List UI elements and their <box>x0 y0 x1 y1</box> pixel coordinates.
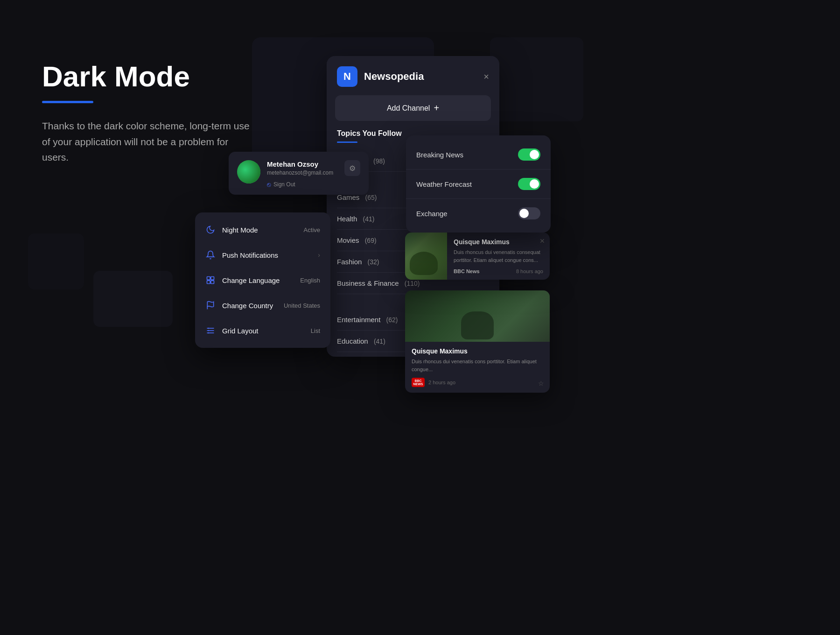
night-mode-value: Active <box>304 226 320 233</box>
hero-description: Thanks to the dark color scheme, long-te… <box>42 118 257 165</box>
weather-forecast-label: Weather Forecast <box>416 180 472 188</box>
grid-layout-icon <box>205 325 216 336</box>
settings-item-change-country[interactable]: Change Country United States <box>195 293 330 318</box>
news-card-2-time: 2 hours ago <box>428 380 455 385</box>
news-card-1-image <box>405 233 447 280</box>
news-card-2-body: Quisque Maximus Duis rhoncus dui venenat… <box>405 342 550 393</box>
news-card-1-body: ✕ Quisque Maximus Duis rhoncus dui venen… <box>447 233 550 280</box>
profile-email: metehanozsot@gmail.com <box>267 169 338 176</box>
push-notifications-label: Push Notifications <box>222 251 311 259</box>
avatar <box>237 160 260 183</box>
topic-name: Movies (69) <box>337 236 377 244</box>
svg-point-8 <box>208 328 210 329</box>
newsopedia-logo-area: N Newsopedia <box>337 66 424 87</box>
news-card-2-description: Duis rhoncus dui venenatis cons porttito… <box>412 358 543 373</box>
newsopedia-logo-icon: N <box>337 66 357 87</box>
topics-underline <box>337 141 357 143</box>
newsopedia-title: Newsopedia <box>364 71 424 83</box>
change-country-label: Change Country <box>222 302 277 310</box>
toggle-breaking-news[interactable]: Breaking News <box>406 140 551 169</box>
exchange-knob <box>519 209 529 218</box>
page-title: Dark Mode <box>42 61 285 92</box>
add-channel-button[interactable]: Add Channel + <box>335 95 491 121</box>
bbc-logo: BBCNEWS <box>412 378 425 387</box>
topic-name: Entertainment (62) <box>337 316 398 324</box>
topic-name: Business & Finance (110) <box>337 279 420 287</box>
add-channel-label: Add Channel <box>387 104 430 113</box>
hero-section: Dark Mode Thanks to the dark color schem… <box>42 61 285 165</box>
breaking-news-knob <box>530 150 539 159</box>
svg-rect-3 <box>211 281 214 284</box>
newsopedia-close-button[interactable]: × <box>483 72 489 81</box>
svg-point-9 <box>208 330 210 332</box>
news-card-1: ✕ Quisque Maximus Duis rhoncus dui venen… <box>405 233 550 280</box>
weather-forecast-knob <box>530 179 539 189</box>
svg-point-10 <box>208 332 210 334</box>
bg-panel-3 <box>28 233 84 289</box>
change-language-value: English <box>300 277 320 284</box>
settings-menu-panel: Night Mode Active Push Notifications › C… <box>195 212 330 348</box>
star-icon[interactable]: ☆ <box>538 380 544 387</box>
weather-forecast-toggle[interactable] <box>518 178 540 190</box>
svg-rect-0 <box>207 277 210 280</box>
news-card-2-bird <box>461 311 494 339</box>
flag-icon <box>205 300 216 310</box>
newsopedia-header: N Newsopedia × <box>327 56 499 95</box>
news-card-1-footer: BBC News 8 hours ago <box>454 268 543 274</box>
svg-rect-2 <box>207 281 210 284</box>
news-card-1-close[interactable]: ✕ <box>539 237 545 245</box>
topic-name: Health (41) <box>337 215 374 223</box>
bg-panel-4 <box>93 271 173 327</box>
moon-icon <box>205 225 216 235</box>
gear-icon: ⚙ <box>349 164 356 173</box>
grid-layout-label: Grid Layout <box>222 327 304 335</box>
profile-name: Metehan Ozsoy <box>267 160 338 168</box>
news-card-1-description: Duis rhoncus dui venenatis consequat por… <box>454 248 543 264</box>
topic-name: Education (41) <box>337 337 385 345</box>
profile-card: Metehan Ozsoy metehanozsot@gmail.com ⎋ S… <box>229 152 369 195</box>
profile-info: Metehan Ozsoy metehanozsot@gmail.com ⎋ S… <box>267 160 338 188</box>
sign-out-label: Sign Out <box>273 181 295 188</box>
news-card-1-thumbnail <box>405 233 447 280</box>
night-mode-label: Night Mode <box>222 226 297 234</box>
settings-item-push-notifications[interactable]: Push Notifications › <box>195 242 330 268</box>
settings-item-change-language[interactable]: Change Language English <box>195 268 330 293</box>
news-card-1-time: 8 hours ago <box>516 268 543 274</box>
change-country-value: United States <box>284 302 320 309</box>
change-language-label: Change Language <box>222 276 294 284</box>
news-card-2-thumbnail <box>405 290 550 342</box>
news-card-2-title: Quisque Maximus <box>412 347 543 355</box>
sign-out-icon: ⎋ <box>267 181 271 188</box>
news-card-2: Quisque Maximus Duis rhoncus dui venenat… <box>405 290 550 393</box>
breaking-news-label: Breaking News <box>416 151 463 159</box>
sign-out-button[interactable]: ⎋ Sign Out <box>267 181 295 188</box>
avatar-image <box>237 160 260 183</box>
exchange-label: Exchange <box>416 210 448 218</box>
news-card-1-title: Quisque Maximus <box>454 238 543 246</box>
push-notifications-chevron: › <box>318 251 320 259</box>
bg-panel-2 <box>490 37 583 121</box>
toggles-panel: Breaking News Weather Forecast Exchange <box>406 135 551 233</box>
toggle-exchange[interactable]: Exchange <box>406 199 551 228</box>
language-icon <box>205 275 216 285</box>
news-card-2-footer: BBCNEWS 2 hours ago <box>412 378 543 387</box>
bell-icon <box>205 250 216 260</box>
add-channel-plus-icon: + <box>434 103 439 113</box>
settings-item-night-mode[interactable]: Night Mode Active <box>195 217 330 242</box>
svg-rect-1 <box>211 277 214 280</box>
breaking-news-toggle[interactable] <box>518 148 540 161</box>
settings-item-grid-layout[interactable]: Grid Layout List <box>195 318 330 343</box>
topic-name: Fashion (32) <box>337 258 379 266</box>
settings-gear-button[interactable]: ⚙ <box>344 160 360 176</box>
news-card-1-source: BBC News <box>454 268 480 274</box>
toggle-weather-forecast[interactable]: Weather Forecast <box>406 169 551 199</box>
exchange-toggle[interactable] <box>518 207 540 219</box>
grid-layout-value: List <box>311 327 320 334</box>
title-underline <box>42 101 93 103</box>
